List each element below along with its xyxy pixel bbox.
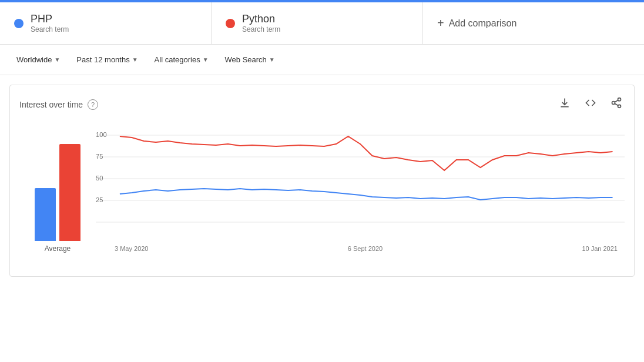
term-python: Python Search term: [212, 2, 423, 44]
help-icon[interactable]: ?: [88, 99, 98, 110]
average-section: Average: [19, 123, 96, 267]
embed-button[interactable]: [582, 95, 599, 114]
x-axis-labels: 3 May 2020 6 Sept 2020 10 Jan 2021: [96, 245, 625, 252]
category-chevron: ▼: [203, 56, 209, 63]
region-label: Worldwide: [16, 55, 52, 64]
plus-icon: +: [437, 16, 444, 30]
filters-bar: Worldwide ▼ Past 12 months ▼ All categor…: [0, 45, 644, 75]
download-button[interactable]: [556, 95, 573, 114]
svg-point-1: [612, 102, 615, 105]
chart-body: Average 100 75 50 25: [19, 123, 625, 267]
chart-title-area: Interest over time ?: [19, 99, 98, 110]
svg-text:50: 50: [96, 175, 103, 182]
svg-point-2: [618, 105, 621, 108]
add-comparison-label: Add comparison: [449, 18, 517, 29]
python-line: [120, 136, 613, 170]
chart-section: Interest over time ?: [9, 85, 635, 277]
x-label-1: 3 May 2020: [115, 245, 148, 252]
python-dot: [226, 19, 235, 28]
chart-header: Interest over time ?: [19, 95, 625, 114]
time-label: Past 12 months: [76, 55, 129, 64]
time-filter[interactable]: Past 12 months ▼: [69, 52, 145, 68]
category-label: All categories: [155, 55, 200, 64]
bars-container: [35, 123, 80, 241]
add-comparison-button[interactable]: + Add comparison: [423, 2, 644, 44]
avg-label: Average: [45, 244, 71, 253]
term-php: PHP Search term: [0, 2, 212, 44]
line-chart-svg: 100 75 50 25: [96, 123, 625, 241]
search-type-filter[interactable]: Web Search ▼: [218, 52, 282, 68]
php-type: Search term: [31, 25, 69, 33]
svg-text:25: 25: [96, 196, 103, 203]
python-bar: [59, 144, 80, 241]
python-name: Python: [242, 13, 280, 25]
php-name: PHP: [31, 13, 69, 25]
svg-text:75: 75: [96, 153, 103, 160]
region-chevron: ▼: [54, 56, 60, 63]
region-filter[interactable]: Worldwide ▼: [9, 52, 67, 68]
x-label-2: 6 Sept 2020: [348, 245, 383, 252]
python-type: Search term: [242, 25, 280, 33]
x-label-3: 10 Jan 2021: [582, 245, 618, 252]
svg-line-3: [615, 103, 618, 105]
php-bar: [35, 188, 56, 241]
time-chevron: ▼: [132, 56, 138, 63]
chart-title: Interest over time: [19, 100, 83, 109]
svg-text:100: 100: [96, 131, 107, 138]
php-line: [120, 189, 613, 200]
line-chart-wrapper: 100 75 50 25 3 May 2020 6 Sept 2020 10 J…: [96, 123, 625, 264]
svg-point-0: [618, 98, 621, 101]
share-button[interactable]: [608, 95, 625, 114]
search-type-chevron: ▼: [269, 56, 275, 63]
chart-actions: [556, 95, 625, 114]
category-filter[interactable]: All categories ▼: [147, 52, 216, 68]
search-type-label: Web Search: [225, 55, 267, 64]
search-terms-container: PHP Search term Python Search term + Add…: [0, 2, 644, 45]
svg-line-4: [615, 100, 618, 102]
php-dot: [14, 19, 24, 28]
